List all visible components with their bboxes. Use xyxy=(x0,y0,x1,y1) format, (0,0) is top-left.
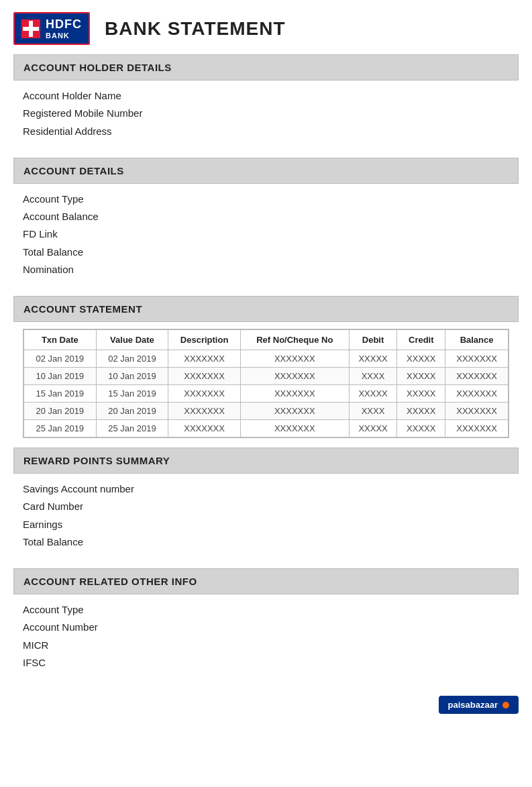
table-row: 15 Jan 201915 Jan 2019XXXXXXXXXXXXXXXXXX… xyxy=(24,385,509,403)
residential-address: Residential Address xyxy=(23,123,509,140)
table-row: 02 Jan 201902 Jan 2019XXXXXXXXXXXXXXXXXX… xyxy=(24,350,509,368)
svg-rect-2 xyxy=(23,27,39,31)
savings-account-number: Savings Account number xyxy=(23,480,509,498)
table-row: 25 Jan 201925 Jan 2019XXXXXXXXXXXXXXXXXX… xyxy=(24,420,509,437)
card-number: Card Number xyxy=(23,498,509,515)
col-description: Description xyxy=(168,330,241,350)
page-header: HDFC BANK BANK STATEMENT xyxy=(0,0,532,54)
table-row: 20 Jan 201920 Jan 2019XXXXXXXXXXXXXXXXXX… xyxy=(24,403,509,420)
reward-points-section: REWARD POINTS SUMMARY Savings Account nu… xyxy=(13,448,519,560)
col-txn-date: Txn Date xyxy=(24,330,97,350)
page-title: BANK STATEMENT xyxy=(105,18,286,40)
account-details-body: Account Type Account Balance FD Link Tot… xyxy=(13,184,519,288)
registered-mobile: Registered Mobile Number xyxy=(23,105,509,122)
account-type: Account Type xyxy=(23,191,509,208)
col-credit: Credit xyxy=(397,330,445,350)
fd-link: FD Link xyxy=(23,225,509,243)
reward-points-heading: REWARD POINTS SUMMARY xyxy=(13,448,519,474)
paisabazaar-dot xyxy=(502,702,509,709)
account-other-info-section: ACCOUNT RELATED OTHER INFO Account Type … xyxy=(13,568,519,681)
col-debit: Debit xyxy=(349,330,397,350)
paisabazaar-badge: paisabazaar xyxy=(439,696,519,714)
ifsc: IFSC xyxy=(23,654,509,672)
reward-total-balance: Total Balance xyxy=(23,533,509,551)
page-footer: paisabazaar xyxy=(0,689,532,725)
other-account-type: Account Type xyxy=(23,601,509,619)
col-ref-no: Ref No/Cheque No xyxy=(240,330,349,350)
hdfc-logo: HDFC BANK xyxy=(13,12,90,45)
account-other-info-heading: ACCOUNT RELATED OTHER INFO xyxy=(13,568,519,594)
account-details-section: ACCOUNT DETAILS Account Type Account Bal… xyxy=(13,158,519,288)
col-value-date: Value Date xyxy=(96,330,168,350)
total-balance: Total Balance xyxy=(23,244,509,261)
micr: MICR xyxy=(23,637,509,654)
table-row: 10 Jan 201910 Jan 2019XXXXXXXXXXXXXXXXXX… xyxy=(24,368,509,385)
account-statement-heading: ACCOUNT STATEMENT xyxy=(13,296,519,322)
account-holder-heading: ACCOUNT HOLDER DETAILS xyxy=(13,54,519,81)
transaction-table: Txn Date Value Date Description Ref No/C… xyxy=(23,329,509,437)
hdfc-icon xyxy=(21,19,40,38)
account-balance: Account Balance xyxy=(23,208,509,225)
reward-points-body: Savings Account number Card Number Earni… xyxy=(13,474,519,560)
earnings: Earnings xyxy=(23,516,509,533)
account-holder-body: Account Holder Name Registered Mobile Nu… xyxy=(13,81,519,150)
paisabazaar-text: paisabazaar xyxy=(448,700,498,710)
account-other-info-body: Account Type Account Number MICR IFSC xyxy=(13,594,519,681)
hdfc-brand-text: HDFC BANK xyxy=(46,17,82,40)
nomination: Nomination xyxy=(23,261,509,278)
account-number: Account Number xyxy=(23,619,509,636)
table-header-row: Txn Date Value Date Description Ref No/C… xyxy=(24,330,509,350)
account-holder-section: ACCOUNT HOLDER DETAILS Account Holder Na… xyxy=(13,54,519,150)
col-balance: Balance xyxy=(445,330,509,350)
account-details-heading: ACCOUNT DETAILS xyxy=(13,158,519,184)
account-statement-section: ACCOUNT STATEMENT Txn Date Value Date De… xyxy=(13,296,519,438)
account-holder-name: Account Holder Name xyxy=(23,87,509,105)
transaction-table-wrapper: Txn Date Value Date Description Ref No/C… xyxy=(23,329,509,438)
